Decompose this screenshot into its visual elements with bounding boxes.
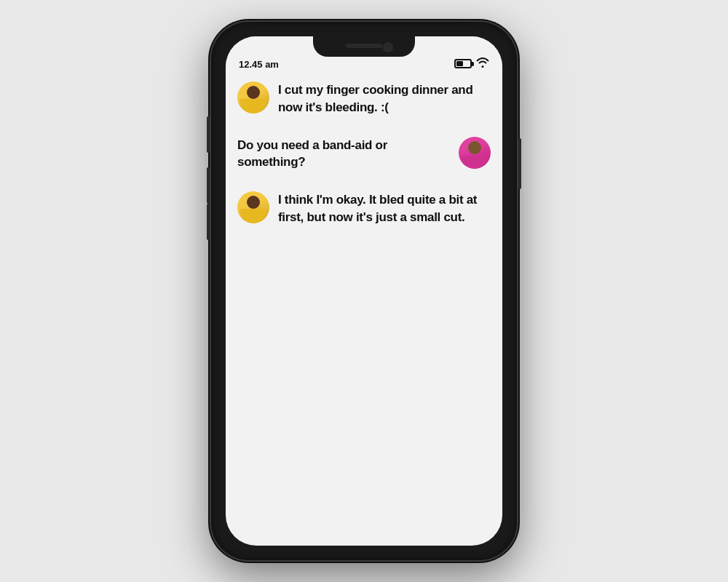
- message-text: I think I'm okay. It bled quite a bit at…: [278, 191, 491, 226]
- notch: [313, 36, 415, 57]
- message-text: Do you need a band-aid or something?: [237, 137, 450, 172]
- message-text: I cut my finger cooking dinner and now i…: [278, 81, 491, 116]
- avatar: [459, 137, 491, 169]
- message-row: Do you need a band-aid or something?: [237, 137, 491, 172]
- wifi-icon: [476, 57, 489, 70]
- message-row: I think I'm okay. It bled quite a bit at…: [237, 191, 491, 226]
- battery-icon: [454, 59, 472, 68]
- status-bar: 12.45 am: [226, 36, 502, 74]
- phone-frame: 12.45 am: [211, 22, 517, 560]
- message-row: I cut my finger cooking dinner and now i…: [237, 81, 491, 116]
- phone-screen: 12.45 am: [226, 36, 502, 546]
- avatar: [237, 81, 269, 113]
- status-icons: [454, 57, 489, 70]
- battery-body: [454, 59, 472, 68]
- status-time: 12.45 am: [239, 59, 279, 70]
- chat-area: I cut my finger cooking dinner and now i…: [226, 74, 502, 546]
- battery-fill: [456, 61, 463, 66]
- avatar: [237, 191, 269, 223]
- speaker: [346, 44, 382, 48]
- camera: [383, 42, 393, 52]
